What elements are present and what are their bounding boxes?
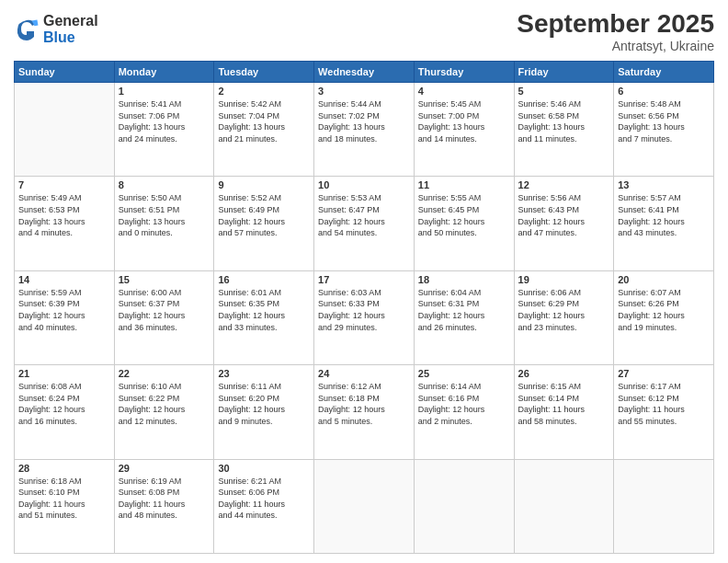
header-cell: Tuesday [214, 62, 314, 83]
day-number: 17 [318, 274, 410, 285]
header-cell: Monday [114, 62, 214, 83]
day-info: Sunrise: 5:46 AM Sunset: 6:58 PM Dayligh… [518, 98, 610, 144]
day-info: Sunrise: 5:42 AM Sunset: 7:04 PM Dayligh… [218, 98, 310, 144]
day-info: Sunrise: 6:08 AM Sunset: 6:24 PM Dayligh… [18, 381, 110, 427]
calendar-cell: 13Sunrise: 5:57 AM Sunset: 6:41 PM Dayli… [614, 177, 714, 270]
calendar-week-row: 7Sunrise: 5:49 AM Sunset: 6:53 PM Daylig… [15, 177, 714, 270]
day-info: Sunrise: 5:59 AM Sunset: 6:39 PM Dayligh… [18, 287, 110, 333]
header: General Blue September 2025 Antratsyt, U… [14, 9, 714, 53]
day-info: Sunrise: 5:53 AM Sunset: 6:47 PM Dayligh… [318, 192, 410, 238]
day-number: 20 [618, 274, 710, 285]
calendar-cell: 21Sunrise: 6:08 AM Sunset: 6:24 PM Dayli… [15, 365, 115, 459]
day-info: Sunrise: 6:17 AM Sunset: 6:12 PM Dayligh… [618, 381, 710, 427]
header-cell: Saturday [614, 62, 714, 83]
day-number: 23 [218, 368, 310, 379]
calendar-cell [15, 83, 115, 177]
calendar: SundayMondayTuesdayWednesdayThursdayFrid… [14, 61, 714, 554]
calendar-cell: 4Sunrise: 5:45 AM Sunset: 7:00 PM Daylig… [414, 83, 514, 177]
day-number: 6 [618, 86, 710, 97]
calendar-cell: 22Sunrise: 6:10 AM Sunset: 6:22 PM Dayli… [114, 365, 214, 459]
calendar-cell: 12Sunrise: 5:56 AM Sunset: 6:43 PM Dayli… [514, 177, 614, 270]
calendar-cell [414, 459, 514, 553]
header-cell: Friday [514, 62, 614, 83]
day-number: 30 [218, 463, 310, 474]
calendar-cell: 2Sunrise: 5:42 AM Sunset: 7:04 PM Daylig… [214, 83, 314, 177]
calendar-cell [614, 459, 714, 553]
calendar-cell: 23Sunrise: 6:11 AM Sunset: 6:20 PM Dayli… [214, 365, 314, 459]
calendar-cell: 10Sunrise: 5:53 AM Sunset: 6:47 PM Dayli… [314, 177, 415, 270]
day-info: Sunrise: 6:21 AM Sunset: 6:06 PM Dayligh… [218, 476, 310, 522]
day-number: 28 [18, 463, 110, 474]
day-info: Sunrise: 6:07 AM Sunset: 6:26 PM Dayligh… [618, 287, 710, 333]
calendar-week-row: 21Sunrise: 6:08 AM Sunset: 6:24 PM Dayli… [15, 365, 714, 459]
day-number: 4 [418, 86, 510, 97]
calendar-cell: 20Sunrise: 6:07 AM Sunset: 6:26 PM Dayli… [614, 270, 714, 364]
day-number: 15 [119, 274, 210, 285]
day-number: 29 [119, 463, 210, 474]
day-info: Sunrise: 5:56 AM Sunset: 6:43 PM Dayligh… [518, 192, 610, 238]
day-info: Sunrise: 5:49 AM Sunset: 6:53 PM Dayligh… [18, 192, 110, 238]
day-info: Sunrise: 5:57 AM Sunset: 6:41 PM Dayligh… [618, 192, 710, 238]
logo-text: General Blue [43, 13, 98, 45]
calendar-cell: 16Sunrise: 6:01 AM Sunset: 6:35 PM Dayli… [214, 270, 314, 364]
calendar-cell [314, 459, 415, 553]
calendar-cell: 25Sunrise: 6:14 AM Sunset: 6:16 PM Dayli… [414, 365, 514, 459]
day-number: 8 [119, 179, 210, 190]
logo-icon [14, 17, 40, 42]
calendar-cell: 24Sunrise: 6:12 AM Sunset: 6:18 PM Dayli… [314, 365, 415, 459]
month-title: September 2025 [517, 9, 714, 39]
calendar-cell: 14Sunrise: 5:59 AM Sunset: 6:39 PM Dayli… [15, 270, 115, 364]
day-number: 10 [318, 179, 410, 190]
day-info: Sunrise: 6:00 AM Sunset: 6:37 PM Dayligh… [119, 287, 210, 333]
day-info: Sunrise: 6:14 AM Sunset: 6:16 PM Dayligh… [418, 381, 510, 427]
calendar-cell: 18Sunrise: 6:04 AM Sunset: 6:31 PM Dayli… [414, 270, 514, 364]
calendar-body: 1Sunrise: 5:41 AM Sunset: 7:06 PM Daylig… [15, 83, 714, 554]
calendar-cell: 7Sunrise: 5:49 AM Sunset: 6:53 PM Daylig… [15, 177, 115, 270]
calendar-cell: 3Sunrise: 5:44 AM Sunset: 7:02 PM Daylig… [314, 83, 415, 177]
day-number: 5 [518, 86, 610, 97]
day-info: Sunrise: 5:41 AM Sunset: 7:06 PM Dayligh… [119, 98, 210, 144]
day-info: Sunrise: 6:03 AM Sunset: 6:33 PM Dayligh… [318, 287, 410, 333]
day-info: Sunrise: 6:10 AM Sunset: 6:22 PM Dayligh… [119, 381, 210, 427]
day-number: 14 [18, 274, 110, 285]
calendar-week-row: 1Sunrise: 5:41 AM Sunset: 7:06 PM Daylig… [15, 83, 714, 177]
day-number: 22 [119, 368, 210, 379]
logo-general: General [43, 13, 98, 29]
calendar-cell: 30Sunrise: 6:21 AM Sunset: 6:06 PM Dayli… [214, 459, 314, 553]
calendar-cell: 9Sunrise: 5:52 AM Sunset: 6:49 PM Daylig… [214, 177, 314, 270]
day-info: Sunrise: 6:11 AM Sunset: 6:20 PM Dayligh… [218, 381, 310, 427]
day-number: 3 [318, 86, 410, 97]
day-info: Sunrise: 6:12 AM Sunset: 6:18 PM Dayligh… [318, 381, 410, 427]
day-number: 19 [518, 274, 610, 285]
logo-blue: Blue [43, 29, 98, 46]
header-cell: Wednesday [314, 62, 415, 83]
day-info: Sunrise: 6:15 AM Sunset: 6:14 PM Dayligh… [518, 381, 610, 427]
calendar-week-row: 14Sunrise: 5:59 AM Sunset: 6:39 PM Dayli… [15, 270, 714, 364]
day-info: Sunrise: 5:52 AM Sunset: 6:49 PM Dayligh… [218, 192, 310, 238]
day-number: 1 [119, 86, 210, 97]
calendar-week-row: 28Sunrise: 6:18 AM Sunset: 6:10 PM Dayli… [15, 459, 714, 553]
day-info: Sunrise: 5:55 AM Sunset: 6:45 PM Dayligh… [418, 192, 510, 238]
day-number: 7 [18, 179, 110, 190]
day-info: Sunrise: 5:44 AM Sunset: 7:02 PM Dayligh… [318, 98, 410, 144]
day-number: 18 [418, 274, 510, 285]
header-row: SundayMondayTuesdayWednesdayThursdayFrid… [15, 62, 714, 83]
day-number: 24 [318, 368, 410, 379]
calendar-cell: 28Sunrise: 6:18 AM Sunset: 6:10 PM Dayli… [15, 459, 115, 553]
day-number: 27 [618, 368, 710, 379]
day-number: 26 [518, 368, 610, 379]
subtitle: Antratsyt, Ukraine [517, 39, 714, 53]
day-info: Sunrise: 6:01 AM Sunset: 6:35 PM Dayligh… [218, 287, 310, 333]
header-cell: Sunday [15, 62, 115, 83]
calendar-cell: 29Sunrise: 6:19 AM Sunset: 6:08 PM Dayli… [114, 459, 214, 553]
day-number: 2 [218, 86, 310, 97]
day-info: Sunrise: 6:04 AM Sunset: 6:31 PM Dayligh… [418, 287, 510, 333]
day-number: 12 [518, 179, 610, 190]
calendar-cell: 19Sunrise: 6:06 AM Sunset: 6:29 PM Dayli… [514, 270, 614, 364]
day-number: 21 [18, 368, 110, 379]
calendar-cell: 15Sunrise: 6:00 AM Sunset: 6:37 PM Dayli… [114, 270, 214, 364]
calendar-cell: 27Sunrise: 6:17 AM Sunset: 6:12 PM Dayli… [614, 365, 714, 459]
calendar-cell: 26Sunrise: 6:15 AM Sunset: 6:14 PM Dayli… [514, 365, 614, 459]
day-info: Sunrise: 5:45 AM Sunset: 7:00 PM Dayligh… [418, 98, 510, 144]
calendar-cell: 8Sunrise: 5:50 AM Sunset: 6:51 PM Daylig… [114, 177, 214, 270]
